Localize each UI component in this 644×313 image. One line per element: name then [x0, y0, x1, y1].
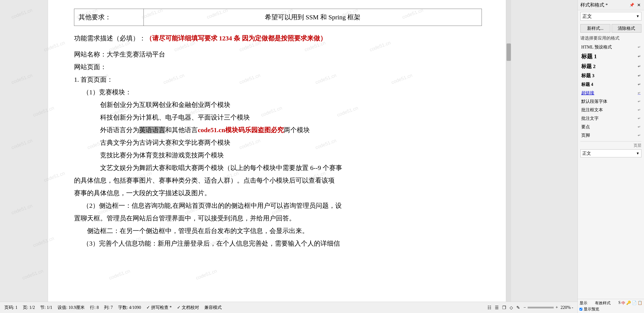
bullet-3-red: code51.cn模块码乐园盗图必究	[198, 126, 284, 133]
status-chars: 字数: 4/1090	[118, 304, 141, 310]
watermark-34: code51.cn	[11, 203, 33, 216]
other-requirements-label: 其他要求：	[74, 9, 144, 26]
status-page: 页码: 1	[4, 304, 18, 310]
style-footer-enter: ↵	[638, 133, 640, 137]
style-item-h3[interactable]: 标题 3 ↵	[578, 71, 644, 80]
view-icon-2[interactable]: ☰	[495, 305, 499, 310]
select-format-label: 请选择要应用的格式	[578, 34, 644, 42]
style-item-default[interactable]: 默认段落字体 ↵	[578, 97, 644, 106]
style-item-link[interactable]: 超链接 ↵	[578, 89, 644, 97]
style-item-html[interactable]: HTML 预设格式 ↵	[578, 43, 644, 51]
bottom-icons: S 中 🔑 📄 📋	[618, 300, 642, 305]
pin-icon[interactable]: 📌	[629, 3, 634, 8]
clear-format-button[interactable]: 清除格式	[612, 24, 642, 33]
style-item-h4[interactable]: 标题 4 ↵	[578, 80, 644, 89]
zoom-slider[interactable]	[528, 307, 554, 308]
style-keypoint-enter: ↵	[638, 125, 640, 129]
panel-buttons: 新样式... 清除格式	[580, 24, 642, 33]
panel-bottom: 显示 有效样式 S 中 🔑 📄 📋 显示预览	[578, 299, 644, 313]
style-h4-label: 标题 4	[581, 82, 593, 87]
style-list: HTML 预设格式 ↵ 标题 1 ↵ 标题 2 ↵ 标题 3 ↵ 标题 4 ↵ …	[578, 42, 644, 140]
style-h2-label: 标题 2	[581, 63, 596, 70]
style-dropdown[interactable]: 正文 ▼	[580, 12, 642, 21]
style-footer-label: 页脚	[581, 132, 590, 138]
zoom-level: 220% -	[560, 305, 573, 310]
style-item-annotation-frame[interactable]: 批注框文本 ↵	[578, 106, 644, 114]
bottom-icon-5[interactable]: 📋	[638, 300, 642, 305]
style-h1-label: 标题 1	[581, 53, 597, 60]
style-default-label: 默认段落字体	[581, 99, 607, 104]
bottom-icon-2[interactable]: 中	[622, 300, 625, 305]
status-align: ✓ 文档校对	[177, 304, 199, 310]
bullet-2: 科技创新分为计算机、电子电器、平面设计三个模块	[100, 112, 482, 123]
website-pages: 网站页面：	[74, 61, 482, 73]
doc-content: 功能需求描述（必填）：（请尽可能详细填写要求 1234 条 因为定做都是按照要求…	[74, 26, 482, 257]
bottom-icon-4[interactable]: 📄	[632, 300, 636, 305]
bottom-icon-1[interactable]: S	[618, 300, 620, 305]
para-2: 赛事的具体信息，一大段的文字描述以及图片。	[74, 187, 482, 199]
view-icon-5[interactable]: ✎	[516, 305, 520, 310]
status-row: 行: 8	[90, 304, 99, 310]
panel-divider-1	[580, 141, 642, 142]
style-item-annotation[interactable]: 批注文字 ↵	[578, 114, 644, 123]
bullet-5: 竞技比赛分为体育竞技和游戏竞技两个模块	[100, 149, 482, 161]
panel-title: 样式和格式 *	[580, 2, 608, 8]
zoom-plus[interactable]: +	[556, 305, 558, 310]
sub-3: （3）完善个人信息功能：新用户注册登录后，在个人信息完善处，需要输入个人的详细信	[83, 238, 482, 249]
view-icon-3[interactable]: ❐	[502, 305, 506, 310]
bullet-6: 文艺文娱分为舞蹈大赛和歌唱大赛两个模块（以上的每个模块中需要放置 6--9 个赛…	[100, 162, 482, 174]
style-annotation-label: 批注文字	[581, 115, 598, 121]
item-1: 1. 首页页面：	[74, 74, 482, 85]
style-h2-enter: ↵	[638, 64, 640, 69]
bottom-icon-3[interactable]: 🔑	[626, 300, 631, 305]
bullet-3-end: 两个模块	[284, 126, 310, 133]
bullet-4: 古典文学分为古诗词大赛和文学比赛两个模块	[100, 137, 482, 148]
style-html-label: HTML 预设格式	[581, 44, 612, 50]
style-current-value: 正文	[582, 13, 592, 20]
status-spell: ✓ 拼写检查 *	[146, 304, 172, 310]
scrollbar-thumb[interactable]	[506, 44, 511, 61]
para-1: 的具体信息，包括赛事图片、赛事种类分类、适合人群）。点击每个小模块后可以查看该项	[74, 175, 482, 186]
style-item-footer[interactable]: 页脚 ↵	[578, 131, 644, 140]
close-icon[interactable]: ✕	[636, 3, 642, 8]
section-title-body: （请尽可能详细填写要求 1234 条 因为定做都是按照要求来做）	[146, 35, 326, 42]
style-annotation-enter: ↵	[638, 116, 640, 120]
view-icon-4[interactable]: ◇	[510, 305, 513, 310]
bottom-row-1: 显示 有效样式 S 中 🔑 📄 📋	[580, 300, 642, 305]
sub-2: （2）侧边框一：信息咨询功能,在网站首页弹出的的侧边框中用户可以咨询管理员问题，…	[83, 200, 482, 211]
style-item-h2[interactable]: 标题 2 ↵	[578, 62, 644, 71]
zoom-minus[interactable]: −	[524, 305, 526, 310]
document-scrollbar[interactable]	[506, 0, 511, 313]
layer-dropdown[interactable]: 正文 ▼	[580, 149, 642, 157]
top-section: 其他要求： 希望可以用到 SSM 和 Spring 框架	[74, 9, 482, 26]
status-section2: 节: 1/1	[40, 304, 52, 310]
chevron-down-icon: ▼	[636, 14, 640, 18]
view-icon-1[interactable]: ☷	[488, 305, 491, 310]
style-keypoint-label: 要点	[581, 124, 590, 130]
style-h3-enter: ↵	[638, 74, 640, 78]
style-link-enter: ↵	[638, 91, 640, 95]
status-bar: 页码: 1 页: 1/2 节: 1/1 设值: 10.9厘米 行: 8 列: 7…	[0, 302, 578, 313]
layer-chevron-icon: ▼	[636, 152, 640, 155]
right-panel: 样式和格式 * 📌 ✕ 正文 ▼ 新样式... 清除格式 请选择要应用的格式 H…	[578, 0, 644, 313]
show-preview-label: 显示预览	[584, 306, 599, 312]
show-preview-checkbox[interactable]	[580, 308, 582, 310]
section-title: 功能需求描述（必填）：（请尽可能详细填写要求 1234 条 因为定做都是按照要求…	[74, 32, 482, 44]
style-default-enter: ↵	[638, 99, 640, 104]
show-label: 显示	[580, 300, 587, 305]
style-item-h1[interactable]: 标题 1 ↵	[578, 51, 644, 62]
style-annotation-frame-label: 批注框文本	[581, 107, 603, 113]
status-value: 设值: 10.9厘米	[58, 304, 85, 310]
style-item-keypoint[interactable]: 要点 ↵	[578, 123, 644, 131]
panel-header-icons: 📌 ✕	[629, 3, 642, 8]
panel-header: 样式和格式 * 📌 ✕	[578, 0, 644, 10]
framework-requirement: 希望可以用到 SSM 和 Spring 框架	[144, 9, 482, 26]
status-col: 列: 7	[104, 304, 113, 310]
main-area: 其他要求： 希望可以用到 SSM 和 Spring 框架 功能需求描述（必填）：…	[0, 0, 578, 313]
new-style-button[interactable]: 新样式...	[580, 24, 610, 33]
watermark-41: code51.cn	[22, 268, 44, 281]
para-3: 置聊天框。管理员在网站后台管理界面中，可以接受到消息，并给用户回答。	[74, 212, 482, 224]
style-h4-enter: ↵	[638, 82, 640, 87]
bullet-3-start: 外语语言分为	[100, 126, 139, 133]
document-page: 其他要求： 希望可以用到 SSM 和 Spring 框架 功能需求描述（必填）：…	[48, 0, 508, 313]
